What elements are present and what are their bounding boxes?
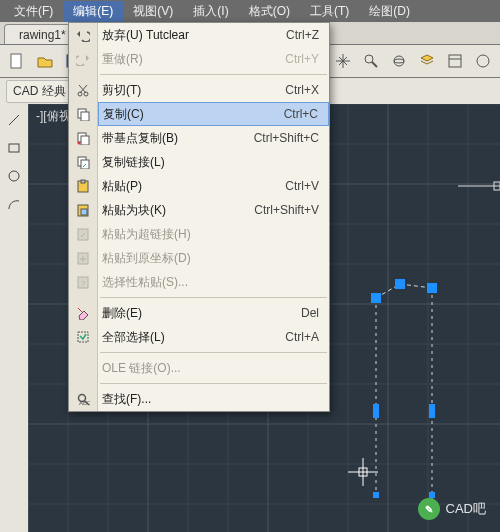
menu-item-label: 粘贴到原坐标(D) [102,250,307,267]
watermark-label: CAD吧 [446,500,486,518]
orbit-icon[interactable] [386,48,412,74]
svg-rect-46 [429,404,435,418]
arc-icon[interactable] [2,192,26,216]
layers-icon[interactable] [414,48,440,74]
new-icon[interactable] [4,48,30,74]
menu-format[interactable]: 格式(O) [239,1,300,22]
svg-point-11 [477,55,489,67]
menu-item[interactable]: 查找(F)... [98,387,329,411]
selected-object[interactable] [371,279,437,500]
blank-icon [69,356,97,380]
menu-item-label: 粘贴(P) [102,178,273,195]
menu-item: 选择性粘贴(S)... [98,270,329,294]
zoom-icon[interactable] [358,48,384,74]
copy-link-icon [69,150,97,174]
cut-icon [69,78,97,102]
menu-item-shortcut: Ctrl+Shift+C [254,131,319,145]
menu-insert[interactable]: 插入(I) [183,1,238,22]
right-toolbar [330,48,496,74]
svg-rect-47 [373,492,379,498]
menu-view[interactable]: 视图(V) [123,1,183,22]
menu-item[interactable]: 粘贴(P)Ctrl+V [98,174,329,198]
svg-rect-66 [81,209,87,215]
menu-item-label: 复制链接(L) [102,154,307,171]
menu-item[interactable]: 带基点复制(B)Ctrl+Shift+C [98,126,329,150]
menu-item-shortcut: Del [301,306,319,320]
menu-item: OLE 链接(O)... [98,356,329,380]
menu-item[interactable]: 复制链接(L) [98,150,329,174]
svg-text:?: ? [81,279,86,288]
menu-item-shortcut: Ctrl+X [285,83,319,97]
line-icon[interactable] [2,108,26,132]
menu-item: 粘贴到原坐标(D) [98,246,329,270]
svg-rect-42 [371,293,381,303]
copy-icon [69,102,97,126]
menu-item-shortcut: Ctrl+Z [286,28,319,42]
menu-tools[interactable]: 工具(T) [300,1,359,22]
copy-base-icon [69,126,97,150]
pan-icon[interactable] [330,48,356,74]
menu-item-shortcut: Ctrl+Shift+V [254,203,319,217]
menu-item-label: 查找(F)... [102,391,307,408]
svg-rect-44 [427,283,437,293]
svg-point-7 [394,56,404,66]
menu-item-shortcut: Ctrl+V [285,179,319,193]
menu-item[interactable]: 复制(C)Ctrl+C [98,102,329,126]
svg-line-12 [9,115,19,125]
menu-item-shortcut: Ctrl+Y [285,52,319,66]
menu-item-label: OLE 链接(O)... [102,360,307,377]
menu-draw[interactable]: 绘图(D) [359,1,420,22]
svg-rect-9 [449,55,461,67]
svg-text:ABC: ABC [79,400,90,406]
find-icon: ABC [69,387,97,411]
menu-item-label: 粘贴为块(K) [102,202,242,219]
props-icon[interactable] [442,48,468,74]
svg-rect-0 [11,54,21,68]
svg-rect-64 [81,180,85,183]
svg-rect-45 [373,404,379,418]
paste-link-icon [69,222,97,246]
svg-rect-57 [81,112,89,121]
menu-item[interactable]: 全部选择(L)Ctrl+A [98,325,329,349]
select-all-icon [69,325,97,349]
help-icon[interactable] [470,48,496,74]
menu-item[interactable]: 放弃(U) TutclearCtrl+Z [98,23,329,47]
open-icon[interactable] [32,48,58,74]
svg-point-5 [365,55,373,63]
paste-icon [69,174,97,198]
svg-point-60 [78,142,81,145]
menu-item: 重做(R)Ctrl+Y [98,47,329,71]
svg-point-8 [394,59,404,63]
menu-item-label: 复制(C) [103,106,272,123]
workspace-selector[interactable]: CAD 经典 [6,80,73,103]
redo-icon [69,47,97,71]
menu-item[interactable]: 粘贴为块(K)Ctrl+Shift+V [98,198,329,222]
menu-item-label: 带基点复制(B) [102,130,242,147]
svg-line-73 [78,308,82,312]
menu-item: 粘贴为超链接(H) [98,222,329,246]
watermark-badge-icon: ✎ [418,498,440,520]
menu-item-shortcut: Ctrl+C [284,107,318,121]
cursor-crosshair [348,458,378,486]
paste-block-icon [69,198,97,222]
menu-item-label: 选择性粘贴(S)... [102,274,307,291]
svg-rect-59 [81,136,89,145]
paste-special-icon: ? [69,270,97,294]
menu-item-label: 放弃(U) Tutclear [102,27,274,44]
circle-icon[interactable] [2,164,26,188]
svg-rect-43 [395,279,405,289]
menu-edit[interactable]: 编辑(E) [63,1,123,22]
menu-item-label: 删除(E) [102,305,289,322]
menu-item-label: 全部选择(L) [102,329,273,346]
menu-file[interactable]: 文件(F) [4,1,63,22]
menu-item-label: 粘贴为超链接(H) [102,226,307,243]
svg-rect-13 [9,144,19,152]
svg-point-14 [9,171,19,181]
left-tool-palette [0,104,29,532]
erase-icon [69,301,97,325]
menu-item-shortcut: Ctrl+A [285,330,319,344]
menu-item[interactable]: 删除(E)Del [98,301,329,325]
menu-item-label: 剪切(T) [102,82,273,99]
rect-icon[interactable] [2,136,26,160]
menu-item[interactable]: 剪切(T)Ctrl+X [98,78,329,102]
